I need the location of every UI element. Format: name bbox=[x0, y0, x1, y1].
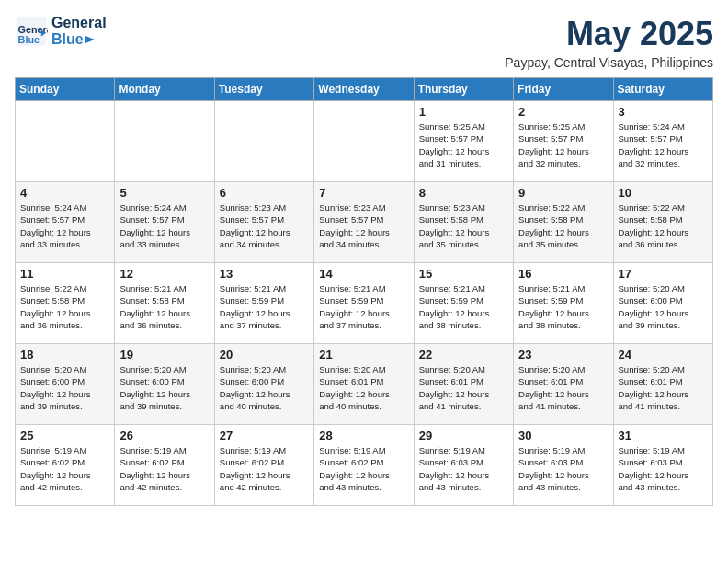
month-year-title: May 2025 bbox=[505, 15, 713, 53]
calendar-cell: 5Sunrise: 5:24 AM Sunset: 5:57 PM Daylig… bbox=[115, 182, 214, 263]
calendar-cell: 6Sunrise: 5:23 AM Sunset: 5:57 PM Daylig… bbox=[214, 182, 313, 263]
day-number: 8 bbox=[419, 186, 508, 200]
calendar-cell: 1Sunrise: 5:25 AM Sunset: 5:57 PM Daylig… bbox=[414, 101, 513, 182]
calendar-cell: 22Sunrise: 5:20 AM Sunset: 6:01 PM Dayli… bbox=[414, 344, 513, 425]
day-number: 26 bbox=[119, 429, 209, 442]
calendar-cell: 28Sunrise: 5:19 AM Sunset: 6:02 PM Dayli… bbox=[314, 425, 414, 506]
cell-content: Sunrise: 5:19 AM Sunset: 6:02 PM Dayligh… bbox=[220, 444, 309, 493]
cell-content: Sunrise: 5:24 AM Sunset: 5:57 PM Dayligh… bbox=[119, 201, 209, 250]
calendar-cell: 23Sunrise: 5:20 AM Sunset: 6:01 PM Dayli… bbox=[514, 344, 613, 425]
calendar-cell bbox=[314, 101, 414, 182]
calendar-cell: 12Sunrise: 5:21 AM Sunset: 5:58 PM Dayli… bbox=[115, 263, 214, 344]
calendar-cell: 9Sunrise: 5:22 AM Sunset: 5:58 PM Daylig… bbox=[514, 182, 613, 263]
cell-content: Sunrise: 5:20 AM Sunset: 6:01 PM Dayligh… bbox=[619, 363, 708, 412]
cell-content: Sunrise: 5:23 AM Sunset: 5:57 PM Dayligh… bbox=[220, 201, 309, 250]
weekday-header-friday: Friday bbox=[514, 78, 613, 101]
cell-content: Sunrise: 5:21 AM Sunset: 5:59 PM Dayligh… bbox=[518, 282, 608, 331]
cell-content: Sunrise: 5:25 AM Sunset: 5:57 PM Dayligh… bbox=[518, 121, 608, 169]
logo-blue-text: Blue bbox=[51, 31, 84, 48]
cell-content: Sunrise: 5:23 AM Sunset: 5:58 PM Dayligh… bbox=[419, 201, 508, 250]
calendar-cell: 3Sunrise: 5:24 AM Sunset: 5:57 PM Daylig… bbox=[613, 101, 712, 182]
calendar-week-row: 4Sunrise: 5:24 AM Sunset: 5:57 PM Daylig… bbox=[16, 182, 713, 263]
day-number: 22 bbox=[419, 348, 508, 362]
day-number: 21 bbox=[319, 348, 408, 362]
cell-content: Sunrise: 5:19 AM Sunset: 6:03 PM Dayligh… bbox=[419, 444, 508, 493]
location-subtitle: Paypay, Central Visayas, Philippines bbox=[505, 55, 713, 70]
calendar-cell bbox=[115, 101, 214, 182]
calendar-cell: 30Sunrise: 5:19 AM Sunset: 6:03 PM Dayli… bbox=[514, 425, 613, 506]
calendar-cell: 4Sunrise: 5:24 AM Sunset: 5:57 PM Daylig… bbox=[16, 182, 115, 263]
calendar-cell: 7Sunrise: 5:23 AM Sunset: 5:57 PM Daylig… bbox=[314, 182, 414, 263]
cell-content: Sunrise: 5:25 AM Sunset: 5:57 PM Dayligh… bbox=[419, 121, 508, 169]
day-number: 4 bbox=[20, 186, 109, 200]
calendar-cell: 26Sunrise: 5:19 AM Sunset: 6:02 PM Dayli… bbox=[115, 425, 214, 506]
calendar-cell: 15Sunrise: 5:21 AM Sunset: 5:59 PM Dayli… bbox=[414, 263, 513, 344]
day-number: 11 bbox=[20, 267, 109, 281]
svg-marker-4 bbox=[85, 36, 95, 43]
day-number: 14 bbox=[319, 267, 408, 281]
calendar-cell: 14Sunrise: 5:21 AM Sunset: 5:59 PM Dayli… bbox=[314, 263, 414, 344]
day-number: 31 bbox=[619, 429, 708, 442]
cell-content: Sunrise: 5:21 AM Sunset: 5:59 PM Dayligh… bbox=[220, 282, 309, 331]
day-number: 20 bbox=[220, 348, 309, 362]
day-number: 28 bbox=[319, 429, 408, 442]
cell-content: Sunrise: 5:20 AM Sunset: 6:01 PM Dayligh… bbox=[518, 363, 608, 412]
weekday-header-row: SundayMondayTuesdayWednesdayThursdayFrid… bbox=[16, 78, 713, 101]
day-number: 5 bbox=[119, 186, 209, 200]
weekday-header-thursday: Thursday bbox=[414, 78, 513, 101]
calendar-cell: 25Sunrise: 5:19 AM Sunset: 6:02 PM Dayli… bbox=[16, 425, 115, 506]
day-number: 2 bbox=[518, 105, 608, 119]
day-number: 9 bbox=[518, 186, 608, 200]
cell-content: Sunrise: 5:20 AM Sunset: 6:00 PM Dayligh… bbox=[20, 363, 109, 412]
cell-content: Sunrise: 5:24 AM Sunset: 5:57 PM Dayligh… bbox=[20, 201, 109, 250]
day-number: 3 bbox=[619, 105, 708, 119]
cell-content: Sunrise: 5:21 AM Sunset: 5:59 PM Dayligh… bbox=[319, 282, 408, 331]
logo-arrow-icon bbox=[84, 33, 97, 46]
day-number: 13 bbox=[220, 267, 309, 281]
calendar-cell: 11Sunrise: 5:22 AM Sunset: 5:58 PM Dayli… bbox=[16, 263, 115, 344]
day-number: 18 bbox=[20, 348, 109, 362]
calendar-cell: 20Sunrise: 5:20 AM Sunset: 6:00 PM Dayli… bbox=[214, 344, 313, 425]
cell-content: Sunrise: 5:20 AM Sunset: 6:01 PM Dayligh… bbox=[319, 363, 408, 412]
weekday-header-sunday: Sunday bbox=[16, 78, 115, 101]
calendar-cell: 10Sunrise: 5:22 AM Sunset: 5:58 PM Dayli… bbox=[613, 182, 712, 263]
calendar-cell: 19Sunrise: 5:20 AM Sunset: 6:00 PM Dayli… bbox=[115, 344, 214, 425]
cell-content: Sunrise: 5:22 AM Sunset: 5:58 PM Dayligh… bbox=[619, 201, 708, 250]
day-number: 16 bbox=[518, 267, 608, 281]
cell-content: Sunrise: 5:20 AM Sunset: 6:01 PM Dayligh… bbox=[419, 363, 508, 412]
logo-icon: General Blue bbox=[15, 15, 48, 48]
day-number: 15 bbox=[419, 267, 508, 281]
day-number: 24 bbox=[619, 348, 708, 362]
calendar-table: SundayMondayTuesdayWednesdayThursdayFrid… bbox=[15, 77, 713, 506]
cell-content: Sunrise: 5:20 AM Sunset: 6:00 PM Dayligh… bbox=[220, 363, 309, 412]
calendar-cell: 31Sunrise: 5:19 AM Sunset: 6:03 PM Dayli… bbox=[613, 425, 712, 506]
day-number: 12 bbox=[119, 267, 209, 281]
weekday-header-monday: Monday bbox=[115, 78, 214, 101]
weekday-header-wednesday: Wednesday bbox=[314, 78, 414, 101]
calendar-week-row: 18Sunrise: 5:20 AM Sunset: 6:00 PM Dayli… bbox=[16, 344, 713, 425]
cell-content: Sunrise: 5:19 AM Sunset: 6:02 PM Dayligh… bbox=[319, 444, 408, 493]
day-number: 25 bbox=[20, 429, 109, 442]
day-number: 6 bbox=[220, 186, 309, 200]
calendar-cell bbox=[214, 101, 313, 182]
weekday-header-saturday: Saturday bbox=[613, 78, 712, 101]
day-number: 7 bbox=[319, 186, 408, 200]
day-number: 1 bbox=[419, 105, 508, 119]
calendar-cell: 16Sunrise: 5:21 AM Sunset: 5:59 PM Dayli… bbox=[514, 263, 613, 344]
logo-general-text: General bbox=[51, 15, 107, 31]
calendar-week-row: 25Sunrise: 5:19 AM Sunset: 6:02 PM Dayli… bbox=[16, 425, 713, 506]
day-number: 27 bbox=[220, 429, 309, 442]
cell-content: Sunrise: 5:24 AM Sunset: 5:57 PM Dayligh… bbox=[619, 121, 708, 169]
calendar-cell: 8Sunrise: 5:23 AM Sunset: 5:58 PM Daylig… bbox=[414, 182, 513, 263]
day-number: 10 bbox=[619, 186, 708, 200]
calendar-cell: 21Sunrise: 5:20 AM Sunset: 6:01 PM Dayli… bbox=[314, 344, 414, 425]
cell-content: Sunrise: 5:22 AM Sunset: 5:58 PM Dayligh… bbox=[20, 282, 109, 331]
calendar-cell: 27Sunrise: 5:19 AM Sunset: 6:02 PM Dayli… bbox=[214, 425, 313, 506]
cell-content: Sunrise: 5:23 AM Sunset: 5:57 PM Dayligh… bbox=[319, 201, 408, 250]
cell-content: Sunrise: 5:22 AM Sunset: 5:58 PM Dayligh… bbox=[518, 201, 608, 250]
calendar-cell: 29Sunrise: 5:19 AM Sunset: 6:03 PM Dayli… bbox=[414, 425, 513, 506]
calendar-cell: 13Sunrise: 5:21 AM Sunset: 5:59 PM Dayli… bbox=[214, 263, 313, 344]
calendar-cell: 18Sunrise: 5:20 AM Sunset: 6:00 PM Dayli… bbox=[16, 344, 115, 425]
weekday-header-tuesday: Tuesday bbox=[214, 78, 313, 101]
cell-content: Sunrise: 5:20 AM Sunset: 6:00 PM Dayligh… bbox=[119, 363, 209, 412]
